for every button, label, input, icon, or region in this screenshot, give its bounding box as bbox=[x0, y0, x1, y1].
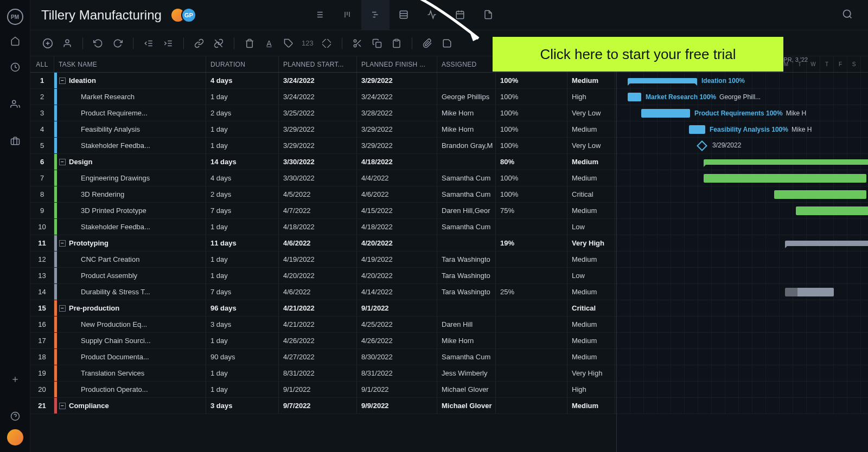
help-icon[interactable] bbox=[5, 406, 25, 426]
table-row[interactable]: 2Market Research1 day3/24/20223/24/2022G… bbox=[30, 89, 616, 105]
table-row[interactable]: 7Engineering Drawings4 days3/30/20224/4/… bbox=[30, 170, 616, 186]
gantt-row[interactable]: Market Research 100%George Phill... bbox=[617, 89, 868, 105]
table-row[interactable]: 21−Compliance3 days9/7/20229/9/2022Micha… bbox=[30, 398, 616, 414]
gantt-row[interactable] bbox=[617, 284, 868, 300]
gantt-row[interactable] bbox=[617, 268, 868, 284]
gantt-row[interactable] bbox=[617, 251, 868, 268]
paste-button[interactable] bbox=[388, 35, 405, 52]
avatar-chip-gp[interactable]: GP bbox=[181, 8, 196, 23]
table-row[interactable]: 3Product Requireme...2 days3/25/20223/28… bbox=[30, 105, 616, 121]
recent-icon[interactable] bbox=[5, 57, 25, 77]
col-task-name[interactable]: TASK NAME bbox=[54, 56, 206, 72]
outdent-button[interactable] bbox=[140, 35, 157, 52]
gantt-row[interactable] bbox=[617, 219, 868, 235]
free-trial-callout[interactable]: Click here to start your free trial bbox=[493, 37, 783, 72]
view-list-icon[interactable] bbox=[305, 0, 333, 30]
tag-button[interactable] bbox=[280, 35, 297, 52]
table-row[interactable]: 14Durability & Stress T...7 days4/6/2022… bbox=[30, 284, 616, 300]
table-row[interactable]: 6−Design14 days3/30/20224/18/202280%Medi… bbox=[30, 154, 616, 170]
save-button[interactable] bbox=[438, 35, 456, 52]
text-format-button[interactable]: A bbox=[260, 35, 278, 52]
col-duration[interactable]: DURATION bbox=[206, 56, 279, 72]
gantt-chart[interactable]: , 20 '22 MAR, 27 '22 APR, 3 '22 WTFSSMTW… bbox=[616, 56, 868, 452]
gantt-row[interactable]: Product Requirements 100%Mike H bbox=[617, 105, 868, 121]
gantt-row[interactable]: 3/29/2022 bbox=[617, 138, 868, 154]
gantt-bar[interactable]: Ideation 100% bbox=[628, 78, 697, 83]
table-row[interactable]: 17Supply Chain Sourci...1 day4/26/20224/… bbox=[30, 333, 616, 349]
view-activity-icon[interactable] bbox=[418, 0, 446, 30]
redo-button[interactable] bbox=[109, 35, 126, 52]
user-avatar[interactable] bbox=[7, 429, 23, 445]
table-row[interactable]: 15−Pre-production96 days4/21/20229/1/202… bbox=[30, 300, 616, 317]
collapse-icon[interactable]: − bbox=[59, 240, 66, 247]
col-assigned[interactable]: ASSIGNED bbox=[437, 56, 496, 72]
gantt-row[interactable]: 3D Renc bbox=[617, 186, 868, 203]
gantt-row[interactable]: Feasibility Analysis 100%Mike H bbox=[617, 121, 868, 138]
copy-button[interactable] bbox=[368, 35, 386, 52]
gantt-row[interactable] bbox=[617, 382, 868, 398]
search-icon[interactable] bbox=[838, 4, 857, 26]
table-row[interactable]: 93D Printed Prototype7 days4/7/20224/15/… bbox=[30, 203, 616, 219]
col-all[interactable]: ALL bbox=[30, 56, 54, 72]
gantt-bar[interactable] bbox=[785, 288, 834, 296]
unlink-button[interactable] bbox=[210, 35, 227, 52]
col-finish[interactable]: PLANNED FINISH ... bbox=[357, 56, 437, 72]
collapse-icon[interactable]: − bbox=[59, 78, 66, 84]
table-row[interactable]: 12CNC Part Creation1 day4/19/20224/19/20… bbox=[30, 251, 616, 268]
milestone-icon[interactable] bbox=[697, 140, 707, 151]
gantt-bar[interactable]: Market Research 100%George Phill... bbox=[628, 93, 641, 101]
gantt-bar[interactable] bbox=[785, 241, 868, 246]
view-board-icon[interactable] bbox=[333, 0, 361, 30]
view-calendar-icon[interactable] bbox=[446, 0, 474, 30]
gantt-row[interactable] bbox=[617, 365, 868, 382]
table-row[interactable]: 4Feasibility Analysis1 day3/29/20223/29/… bbox=[30, 121, 616, 138]
table-row[interactable]: 13Product Assembly1 day4/20/20224/20/202… bbox=[30, 268, 616, 284]
gantt-row[interactable] bbox=[617, 398, 868, 414]
gantt-row[interactable] bbox=[617, 317, 868, 333]
col-start[interactable]: PLANNED START... bbox=[279, 56, 357, 72]
gantt-bar[interactable] bbox=[704, 159, 868, 165]
table-row[interactable]: 83D Rendering2 days4/5/20224/6/2022Saman… bbox=[30, 186, 616, 203]
cut-button[interactable] bbox=[349, 35, 366, 52]
gantt-row[interactable] bbox=[617, 300, 868, 317]
table-row[interactable]: 20Production Operato...1 day9/1/20229/1/… bbox=[30, 382, 616, 398]
gantt-bar[interactable]: Engineering D bbox=[704, 174, 866, 183]
table-row[interactable]: 10Stakeholder Feedba...1 day4/18/20224/1… bbox=[30, 219, 616, 235]
collapse-icon[interactable]: − bbox=[59, 403, 66, 409]
gantt-row[interactable] bbox=[617, 203, 868, 219]
indent-button[interactable] bbox=[159, 35, 177, 52]
add-icon[interactable] bbox=[5, 370, 25, 389]
gantt-row[interactable] bbox=[617, 333, 868, 349]
collapse-icon[interactable]: − bbox=[59, 305, 66, 312]
gantt-row[interactable]: Ideation 100% bbox=[617, 73, 868, 89]
gantt-row[interactable]: Engineering D bbox=[617, 170, 868, 186]
table-row[interactable]: 19Translation Services1 day8/31/20228/31… bbox=[30, 365, 616, 382]
briefcase-icon[interactable] bbox=[5, 131, 25, 151]
table-row[interactable]: 11−Prototyping11 days4/6/20224/20/202219… bbox=[30, 235, 616, 251]
team-icon[interactable] bbox=[5, 94, 25, 114]
link-button[interactable] bbox=[190, 35, 208, 52]
gantt-bar[interactable] bbox=[796, 206, 868, 215]
view-gantt-icon[interactable] bbox=[361, 0, 390, 30]
table-row[interactable]: 18Product Documenta...90 days4/27/20228/… bbox=[30, 349, 616, 365]
priority-button[interactable] bbox=[318, 35, 335, 52]
assign-button[interactable] bbox=[59, 35, 76, 52]
gantt-row[interactable] bbox=[617, 235, 868, 251]
gantt-row[interactable] bbox=[617, 349, 868, 365]
member-avatars[interactable]: GP bbox=[170, 8, 196, 23]
gantt-bar[interactable]: Feasibility Analysis 100%Mike H bbox=[689, 125, 705, 134]
undo-button[interactable] bbox=[90, 35, 107, 52]
collapse-icon[interactable]: − bbox=[59, 159, 66, 165]
gantt-bar[interactable]: 3D Renc bbox=[774, 190, 866, 199]
view-file-icon[interactable] bbox=[474, 0, 502, 30]
delete-button[interactable] bbox=[241, 35, 258, 52]
attachment-button[interactable] bbox=[419, 35, 436, 52]
view-sheet-icon[interactable] bbox=[390, 0, 418, 30]
gantt-row[interactable] bbox=[617, 154, 868, 170]
table-row[interactable]: 16New Production Eq...3 days4/21/20224/2… bbox=[30, 317, 616, 333]
gantt-bar[interactable]: Product Requirements 100%Mike H bbox=[641, 109, 690, 118]
home-icon[interactable] bbox=[5, 31, 25, 51]
add-task-button[interactable] bbox=[39, 35, 56, 52]
table-row[interactable]: 5Stakeholder Feedba...1 day3/29/20223/29… bbox=[30, 138, 616, 154]
table-row[interactable]: 1−Ideation4 days3/24/20223/29/2022100%Me… bbox=[30, 73, 616, 89]
